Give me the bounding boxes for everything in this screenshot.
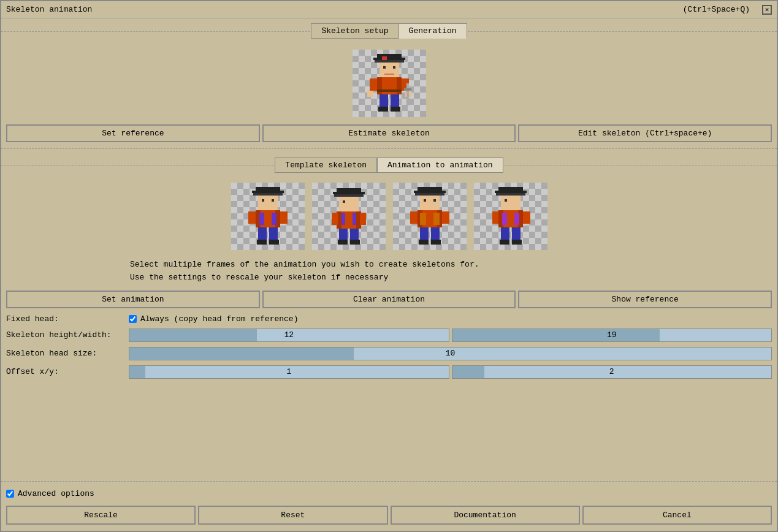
svg-rect-36 xyxy=(269,240,279,245)
offset-y-value: 2 xyxy=(609,367,614,376)
svg-rect-0 xyxy=(377,54,402,58)
tab-skeleton-setup[interactable]: Skeleton setup xyxy=(311,23,398,39)
svg-rect-17 xyxy=(391,94,399,107)
svg-rect-7 xyxy=(384,74,394,75)
svg-rect-25 xyxy=(258,196,278,210)
reset-button[interactable]: Reset xyxy=(198,506,387,525)
svg-rect-39 xyxy=(337,188,361,192)
svg-rect-41 xyxy=(334,194,364,197)
svg-rect-49 xyxy=(339,229,348,240)
svg-rect-75 xyxy=(501,196,521,210)
sub-tab-row: Template skeleton Animation to animation xyxy=(1,153,777,178)
svg-rect-22 xyxy=(256,187,280,191)
action-buttons-row: Set reference Estimate skeleton Edit ske… xyxy=(1,122,777,145)
shortcut-label: (Ctrl+Space+Q) xyxy=(683,5,750,14)
skeleton-head-size-label: Skeleton head size: xyxy=(6,349,129,358)
svg-rect-81 xyxy=(523,211,530,224)
title-bar: Skeleton animation (Ctrl+Space+Q) ✕ xyxy=(1,1,777,18)
frame-4 xyxy=(474,183,547,250)
rescale-button[interactable]: Rescale xyxy=(6,506,196,525)
svg-rect-87 xyxy=(514,213,519,225)
svg-rect-31 xyxy=(248,211,256,224)
title-bar-right: (Ctrl+Space+Q) ✕ xyxy=(683,5,772,15)
svg-rect-51 xyxy=(338,240,348,245)
skeleton-height-value: 12 xyxy=(284,330,294,340)
settings-area: Fixed head: Always (copy head from refer… xyxy=(1,311,777,387)
svg-rect-16 xyxy=(379,94,388,107)
advanced-options-label: Advanced options xyxy=(18,489,94,498)
documentation-button[interactable]: Documentation xyxy=(391,506,580,525)
svg-rect-83 xyxy=(512,227,521,240)
tab-animation-to-animation[interactable]: Animation to animation xyxy=(377,158,503,173)
help-text-area: Select multiple frames of the animation … xyxy=(1,255,777,288)
offset-x-slider[interactable]: 1 xyxy=(129,365,449,379)
svg-rect-65 xyxy=(442,211,449,224)
set-reference-button[interactable]: Set reference xyxy=(6,124,260,142)
tab-template-skeleton[interactable]: Template skeleton xyxy=(275,158,377,173)
skeleton-head-size-value: 10 xyxy=(446,349,456,358)
bottom-buttons-row: Rescale Reset Documentation Cancel xyxy=(1,502,777,531)
svg-rect-20 xyxy=(406,83,409,105)
offset-x-value: 1 xyxy=(286,367,291,376)
offset-xy-row: Offset x/y: 1 2 xyxy=(6,365,772,379)
svg-rect-6 xyxy=(393,66,395,69)
svg-rect-34 xyxy=(269,227,278,240)
svg-rect-13 xyxy=(367,91,373,97)
svg-rect-24 xyxy=(253,193,283,196)
svg-rect-42 xyxy=(339,197,359,211)
main-sprite-preview xyxy=(353,50,426,117)
svg-rect-55 xyxy=(418,187,442,191)
svg-rect-76 xyxy=(505,199,507,202)
svg-rect-35 xyxy=(257,240,267,245)
svg-rect-26 xyxy=(262,199,264,202)
svg-rect-27 xyxy=(272,199,274,202)
svg-rect-1 xyxy=(373,58,405,60)
svg-rect-12 xyxy=(370,78,377,91)
svg-rect-82 xyxy=(501,227,509,240)
svg-rect-23 xyxy=(252,191,284,193)
svg-rect-59 xyxy=(424,199,426,202)
help-line-2: Use the settings to rescale your skeleto… xyxy=(130,272,777,284)
svg-rect-84 xyxy=(500,240,509,245)
svg-rect-73 xyxy=(495,191,527,193)
svg-rect-48 xyxy=(360,213,366,225)
svg-rect-71 xyxy=(433,213,440,225)
offset-xy-label: Offset x/y: xyxy=(6,367,129,376)
divider-1 xyxy=(1,148,777,149)
animation-buttons-row: Set animation Clear animation Show refer… xyxy=(1,288,777,311)
skeleton-height-slider[interactable]: 12 xyxy=(129,329,449,342)
frame-3 xyxy=(393,183,467,250)
svg-rect-33 xyxy=(258,227,267,240)
svg-rect-40 xyxy=(333,192,365,194)
svg-rect-58 xyxy=(420,196,440,210)
svg-rect-47 xyxy=(332,213,338,225)
skeleton-width-slider[interactable]: 19 xyxy=(452,329,772,342)
help-line-1: Select multiple frames of the animation … xyxy=(130,259,777,272)
svg-rect-50 xyxy=(350,229,359,240)
fixed-head-label: Fixed head: xyxy=(6,314,129,324)
clear-animation-button[interactable]: Clear animation xyxy=(262,291,516,308)
main-sprite-image xyxy=(365,53,414,114)
svg-rect-56 xyxy=(414,191,446,193)
skeleton-height-width-controls: 12 19 xyxy=(129,329,772,342)
svg-rect-54 xyxy=(353,213,356,225)
close-button[interactable]: ✕ xyxy=(762,5,772,15)
svg-rect-68 xyxy=(419,240,429,245)
window-title: Skeleton animation xyxy=(6,5,92,14)
estimate-skeleton-button[interactable]: Estimate skeleton xyxy=(262,124,516,142)
skeleton-head-size-slider[interactable]: 10 xyxy=(129,347,772,360)
svg-rect-74 xyxy=(496,193,525,196)
skeleton-head-size-row: Skeleton head size: 10 xyxy=(6,347,772,360)
offset-y-slider[interactable]: 2 xyxy=(452,365,772,379)
set-animation-button[interactable]: Set animation xyxy=(6,291,260,308)
main-window: Skeleton animation (Ctrl+Space+Q) ✕ Skel… xyxy=(0,0,778,532)
advanced-options-checkbox[interactable] xyxy=(6,490,14,498)
edit-skeleton-button[interactable]: Edit skeleton (Ctrl+space+e) xyxy=(518,124,772,142)
svg-rect-72 xyxy=(498,187,523,191)
tab-generation[interactable]: Generation xyxy=(399,23,467,39)
fixed-head-checkbox[interactable] xyxy=(129,315,137,323)
svg-rect-4 xyxy=(379,63,399,77)
show-reference-button[interactable]: Show reference xyxy=(518,291,772,308)
footer-divider xyxy=(1,481,777,482)
cancel-button[interactable]: Cancel xyxy=(582,506,772,525)
